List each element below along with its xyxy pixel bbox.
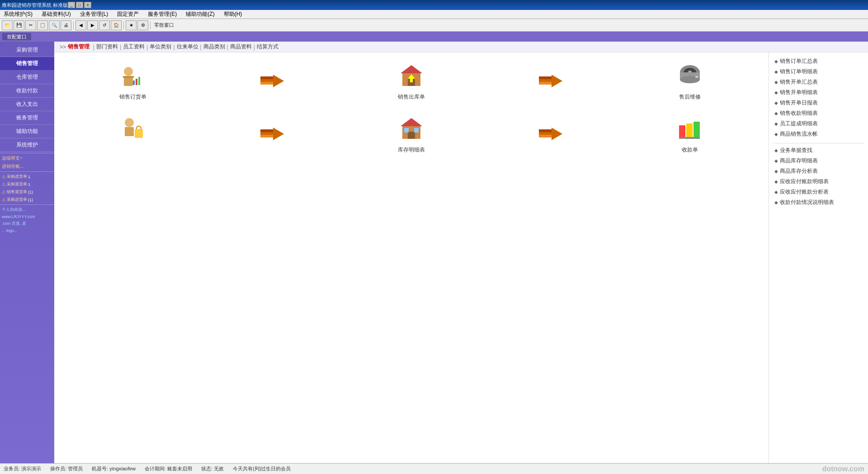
bullet-g2-0: ◆ — [774, 148, 778, 153]
sidebar-link-baidu[interactable]: .com 百度..直 — [0, 220, 54, 228]
sidebar-item-purchase[interactable]: 采购管理 — [0, 43, 54, 57]
toolbar-btn-4[interactable]: 📋 — [37, 20, 48, 30]
icon-sales-return[interactable] — [63, 114, 203, 154]
right-panel-item-g2-2[interactable]: ◆ 商品库存分析表 — [769, 166, 868, 176]
svg-rect-35 — [404, 128, 409, 133]
tab-main[interactable]: 首配窗口 — [2, 33, 32, 41]
right-panel-item-5[interactable]: ◆ 销售收款明细表 — [769, 108, 868, 118]
close-button[interactable]: × — [84, 2, 91, 8]
right-panel-item-g2-1[interactable]: ◆ 商品库存明细表 — [769, 156, 868, 166]
toolbar-btn-1[interactable]: 📁 — [2, 20, 13, 30]
svg-rect-29 — [260, 129, 273, 132]
bullet-6: ◆ — [774, 121, 778, 126]
menu-basic[interactable]: 基础资料(U) — [40, 10, 73, 19]
svg-rect-5 — [138, 77, 140, 85]
right-panel-item-2[interactable]: ◆ 销售开单汇总表 — [769, 77, 868, 87]
right-panel-item-3[interactable]: ◆ 销售开单明细表 — [769, 87, 868, 98]
svg-rect-30 — [260, 135, 273, 137]
sales-order-icon — [118, 62, 147, 90]
sidebar-warning-2[interactable]: ⚠ 采购退货单 1 — [0, 180, 54, 188]
sidebar-item-accounts[interactable]: 账务管理 — [0, 111, 54, 125]
minimize-button[interactable]: _ — [68, 2, 75, 8]
sidebar: 采购管理 销售管理 仓库管理 收款付款 收入支出 账务管理 辅助功能 系统维护 … — [0, 42, 54, 463]
status-today: 今天共有(列)过生日的会员 — [233, 465, 813, 472]
right-panel-item-1[interactable]: ◆ 销售订单明细表 — [769, 66, 868, 77]
svg-rect-36 — [414, 128, 419, 133]
titlebar-controls: _ □ × — [68, 2, 91, 8]
sidebar-warning-1[interactable]: ⚠ 采购进货单 1 — [0, 173, 54, 180]
icon-receipt[interactable]: 收款单 — [620, 114, 760, 154]
icon-inventory-detail[interactable]: 库存明细表 — [342, 114, 481, 154]
statusbar: 业务员: 演示演示 操作员: 管理员 机器号: yingxiaofew 会计期间… — [0, 463, 868, 474]
sidebar-item-system[interactable]: 系统维护 — [0, 138, 54, 152]
breadcrumb-link-goods[interactable]: 商品资料 — [230, 43, 252, 51]
sidebar-item-income[interactable]: 收入支出 — [0, 98, 54, 111]
svg-point-25 — [125, 118, 134, 127]
right-panel-item-0[interactable]: ◆ 销售订单汇总表 — [769, 56, 868, 66]
breadcrumb-link-settlement[interactable]: 结算方式 — [257, 43, 278, 51]
sidebar-remote[interactable]: 远端帮支~ — [0, 154, 54, 162]
sidebar-warning-4[interactable]: ⚠ 采购进货单 (1) — [0, 196, 54, 204]
after-sales-icon — [675, 62, 704, 90]
menu-fixed-assets[interactable]: 固定资产 — [115, 10, 141, 19]
toolbar-btn-8[interactable]: ▶ — [87, 20, 98, 30]
sidebar-ledger[interactable]: 进销存账... — [0, 162, 54, 171]
inventory-detail-label: 库存明细表 — [398, 146, 425, 154]
right-panel-item-g2-3[interactable]: ◆ 应收应付账款明细表 — [769, 176, 868, 187]
toolbar-btn-11[interactable]: ★ — [126, 20, 137, 30]
right-panel-item-7[interactable]: ◆ 商品销售流水帐 — [769, 129, 868, 139]
toolbar-btn-6[interactable]: 🖨 — [61, 20, 71, 30]
right-panel-item-g2-0[interactable]: ◆ 业务单据查找 — [769, 145, 868, 156]
toolbar-btn-2[interactable]: 💾 — [14, 20, 24, 30]
svg-marker-31 — [273, 128, 284, 140]
svg-rect-38 — [539, 129, 552, 132]
right-panel-item-4[interactable]: ◆ 销售开单日报表 — [769, 98, 868, 108]
sidebar-link-personal[interactable]: 个人自由选... — [0, 206, 54, 213]
warning-icon-3: ⚠ — [2, 190, 6, 194]
svg-marker-10 — [401, 65, 422, 73]
warning-count-4: (1) — [28, 198, 33, 202]
warning-label-4: 采购进货单 — [7, 197, 27, 203]
menu-service[interactable]: 服务管理(E) — [146, 10, 179, 19]
toolbar-btn-7[interactable]: ◀ — [75, 20, 86, 30]
toolbar-btn-10[interactable]: 🏠 — [111, 20, 122, 30]
menubar: 系统维护(S) 基础资料(U) 业务管理(L) 固定资产 服务管理(E) 辅助功… — [0, 10, 868, 19]
icon-sales-order[interactable]: 销售订货单 — [63, 62, 203, 101]
sidebar-item-warehouse[interactable]: 仓库管理 — [0, 71, 54, 84]
svg-rect-17 — [539, 82, 552, 85]
breadcrumb-nav: >> 销售管理 | 部门资料 | 员工资料 | 单位类别 | 往来单位 | 商品… — [54, 42, 868, 52]
sidebar-item-sales[interactable]: 销售管理 — [0, 57, 54, 71]
breadcrumb-link-unit-type[interactable]: 单位类别 — [150, 43, 171, 51]
bullet-g2-4: ◆ — [774, 190, 778, 194]
after-sales-label: 售后维修 — [679, 93, 701, 101]
sidebar-ledger-label: 进销存账... — [2, 163, 24, 170]
breadcrumb-link-goods-type[interactable]: 商品类别 — [203, 43, 225, 51]
toolbar-btn-9[interactable]: ↺ — [99, 20, 110, 30]
sidebar-warning-3[interactable]: ⚠ 销售退货单 (1) — [0, 188, 54, 196]
toolbar-sep-3 — [150, 21, 151, 29]
menu-system[interactable]: 系统维护(S) — [2, 10, 34, 19]
breadcrumb-arrow: >> — [60, 44, 66, 50]
sidebar-link-logo[interactable]: ... logo... — [0, 228, 54, 234]
toolbar-btn-5[interactable]: 🔍 — [49, 20, 60, 30]
sidebar-item-auxiliary[interactable]: 辅助功能 — [0, 125, 54, 138]
maximize-button[interactable]: □ — [76, 2, 83, 8]
breadcrumb-link-partner[interactable]: 往来单位 — [177, 43, 198, 51]
sidebar-link-website[interactable]: www.LRJYYY.com — [0, 213, 54, 220]
menu-business[interactable]: 业务管理(L) — [78, 10, 110, 19]
right-panel-item-g2-5[interactable]: ◆ 收款付款情况说明细表 — [769, 197, 868, 208]
menu-help[interactable]: 帮助(H) — [222, 10, 244, 19]
right-panel-item-6[interactable]: ◆ 员工提成明细表 — [769, 118, 868, 129]
sidebar-item-payment[interactable]: 收款付款 — [0, 84, 54, 98]
toolbar-btn-12[interactable]: ⚙ — [137, 20, 148, 30]
icon-arrow-4 — [481, 114, 620, 154]
icon-after-sales[interactable]: 售后维修 — [620, 62, 760, 101]
right-panel-item-g2-4[interactable]: ◆ 应收应付账款分析表 — [769, 187, 868, 197]
breadcrumb-sep-2: | — [146, 44, 148, 50]
breadcrumb-link-staff[interactable]: 员工资料 — [123, 43, 145, 51]
toolbar-btn-3[interactable]: ✂ — [25, 20, 36, 30]
icon-sales-outbound[interactable]: 销售出库单 — [342, 62, 481, 101]
content-body: 销售订货单 — [54, 52, 868, 463]
breadcrumb-link-dept[interactable]: 部门资料 — [96, 43, 118, 51]
menu-auxiliary[interactable]: 辅助功能(Z) — [184, 10, 216, 19]
